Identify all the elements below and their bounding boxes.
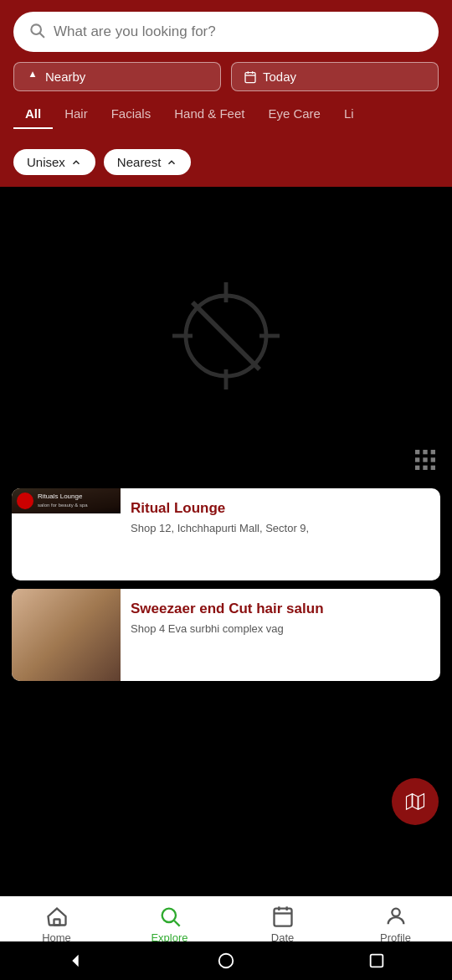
system-bar <box>0 941 452 980</box>
card-info-sweezaer: Sweezaer end Cut hair salun Shop 4 Eva s… <box>121 589 440 681</box>
svg-rect-24 <box>431 466 435 470</box>
profile-icon <box>384 905 408 928</box>
listings: Rituals Loungesalon for beauty & spa Rit… <box>0 488 452 681</box>
svg-line-11 <box>193 302 259 369</box>
card-name-sweezaer: Sweezaer end Cut hair salun <box>131 601 430 617</box>
listing-card-sweezaer[interactable]: Sweezaer end Cut hair salun Shop 4 Eva s… <box>12 589 440 681</box>
card-name-ritual-lounge: Ritual Lounge <box>131 500 430 517</box>
today-label: Today <box>263 70 296 84</box>
tab-eye-care[interactable]: Eye Care <box>256 101 332 129</box>
nav-date[interactable]: Date <box>226 905 339 944</box>
svg-rect-18 <box>431 450 435 454</box>
tab-hand-feet[interactable]: Hand & Feet <box>162 101 256 129</box>
svg-rect-22 <box>415 466 419 470</box>
svg-rect-19 <box>415 457 419 462</box>
home-button[interactable] <box>215 950 237 972</box>
svg-rect-30 <box>274 909 291 926</box>
chevron-up-icon <box>70 157 82 168</box>
svg-rect-21 <box>431 457 435 462</box>
sort-row: Unisex Nearest <box>0 141 452 187</box>
tab-facials[interactable]: Facials <box>100 101 163 129</box>
rituals-logo-circle <box>17 493 33 509</box>
nearby-button[interactable]: Nearby <box>13 62 221 91</box>
svg-rect-16 <box>415 450 419 454</box>
tab-all[interactable]: All <box>13 101 53 129</box>
nav-home[interactable]: Home <box>0 905 113 944</box>
tab-li[interactable]: Li <box>332 101 366 129</box>
svg-line-29 <box>174 921 179 926</box>
location-icon <box>26 70 39 84</box>
explore-icon <box>158 905 182 928</box>
map-fab-button[interactable] <box>392 778 439 825</box>
svg-point-28 <box>162 909 175 922</box>
gender-filter[interactable]: Unisex <box>13 149 95 175</box>
svg-point-36 <box>219 954 234 968</box>
distance-label: Nearest <box>117 155 162 169</box>
distance-filter[interactable]: Nearest <box>104 149 192 175</box>
back-button[interactable] <box>64 950 86 972</box>
svg-point-34 <box>392 909 399 916</box>
nav-explore[interactable]: Explore <box>113 905 226 944</box>
gender-label: Unisex <box>27 155 65 169</box>
listing-card-ritual-lounge[interactable]: Rituals Loungesalon for beauty & spa Rit… <box>12 488 440 580</box>
svg-rect-37 <box>371 955 383 967</box>
svg-rect-20 <box>423 457 427 462</box>
calendar-icon <box>244 70 257 84</box>
date-icon <box>271 905 295 928</box>
svg-rect-23 <box>423 466 427 470</box>
search-input[interactable] <box>54 23 424 40</box>
grid-view-button[interactable] <box>412 446 439 477</box>
svg-rect-17 <box>423 450 427 454</box>
filter-row: Nearby Today <box>13 62 439 91</box>
card-image-ritual-lounge: Rituals Loungesalon for beauty & spa <box>12 488 121 513</box>
svg-line-1 <box>40 34 44 38</box>
map-icon <box>403 790 427 813</box>
search-bar[interactable] <box>13 12 439 52</box>
card-image-sweezaer <box>12 589 121 681</box>
today-button[interactable]: Today <box>231 62 439 91</box>
svg-marker-35 <box>72 955 78 967</box>
location-disabled-icon <box>159 269 293 406</box>
tab-hair[interactable]: Hair <box>53 101 100 129</box>
search-icon <box>28 22 45 42</box>
map-area <box>0 187 452 488</box>
card-info-ritual-lounge: Ritual Lounge Shop 12, Ichchhapurti Mall… <box>121 488 440 580</box>
svg-rect-27 <box>54 920 59 926</box>
recents-button[interactable] <box>366 950 388 972</box>
card-address-ritual-lounge: Shop 12, Ichchhapurti Mall, Sector 9, <box>131 521 430 536</box>
card-address-sweezaer: Shop 4 Eva surbhi complex vag <box>131 622 430 637</box>
category-tabs: All Hair Facials Hand & Feet Eye Care Li <box>13 101 439 131</box>
nav-profile[interactable]: Profile <box>339 905 452 944</box>
nearby-label: Nearby <box>45 70 85 84</box>
home-icon <box>45 905 69 928</box>
chevron-up-icon-2 <box>166 157 177 168</box>
header: Nearby Today All Hair Facials Hand & Fee… <box>0 0 452 141</box>
svg-rect-2 <box>245 72 255 82</box>
